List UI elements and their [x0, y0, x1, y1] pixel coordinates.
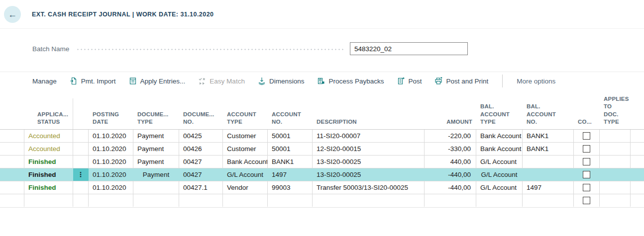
table-row[interactable] [0, 194, 644, 207]
column-header[interactable] [0, 126, 24, 129]
account-type-cell[interactable]: Customer [223, 130, 268, 142]
applies-to-doc-type-cell[interactable] [600, 194, 631, 207]
document-no-cell[interactable]: 00427 [179, 168, 223, 181]
document-no-cell[interactable]: 00425 [179, 130, 223, 142]
bal-account-type-cell[interactable]: Bank Account [476, 130, 523, 142]
account-no-cell[interactable]: 99003 [268, 181, 313, 194]
column-header[interactable]: ACCOUNT TYPE [223, 111, 268, 129]
pmt-import-button[interactable]: Pmt. Import [70, 77, 116, 85]
column-header[interactable]: DOCUME... NO. [179, 111, 223, 129]
amount-cell[interactable]: -440,00 [425, 168, 476, 181]
document-type-cell[interactable]: Payment [133, 168, 179, 181]
account-type-cell[interactable]: Bank Account [223, 156, 268, 168]
dimensions-button[interactable]: Dimensions [258, 77, 305, 85]
applies-to-doc-type-cell[interactable] [600, 168, 631, 181]
applies-to-doc-type-cell[interactable] [600, 143, 631, 155]
bal-account-no-cell[interactable]: BANK1 [523, 143, 574, 155]
applies-to-doc-type-cell[interactable] [600, 181, 631, 194]
posting-date-cell[interactable] [89, 194, 133, 207]
posting-date-cell[interactable]: 01.10.2020 [89, 130, 133, 142]
batch-name-input[interactable] [350, 42, 468, 55]
table-row[interactable]: Accounted 01.10.2020 Payment 00426 Custo… [0, 143, 644, 156]
apply-entries-button[interactable]: Apply Entries... [129, 77, 186, 85]
document-type-cell[interactable]: Payment [133, 130, 179, 142]
account-no-cell[interactable]: 50001 [268, 130, 313, 142]
column-header[interactable]: DOCUME... TYPE [133, 111, 179, 129]
bal-account-no-cell[interactable] [523, 194, 574, 207]
table-row[interactable]: Finished 01.10.2020 Payment 00427 Bank A… [0, 156, 644, 168]
amount-cell[interactable]: -220,00 [425, 130, 476, 142]
bal-account-no-cell[interactable] [523, 156, 574, 168]
row-menu-cell[interactable] [73, 130, 89, 142]
bal-account-type-cell[interactable]: Bank Account [476, 143, 523, 155]
confirmed-checkbox[interactable] [583, 197, 590, 204]
document-no-cell[interactable]: 00427.1 [179, 181, 223, 194]
process-paybacks-button[interactable]: Process Paybacks [317, 77, 384, 85]
bal-account-no-cell[interactable]: BANK1 [523, 130, 574, 142]
column-header[interactable] [73, 126, 89, 129]
confirmed-checkbox[interactable] [583, 184, 590, 191]
post-and-print-button[interactable]: Post and Print [434, 77, 488, 85]
more-options-button[interactable]: More options [517, 78, 555, 85]
table-row[interactable]: Finished ⋮ 01.10.2020 Payment 00427 G/L … [0, 168, 644, 181]
account-no-cell[interactable]: 1497 [268, 168, 313, 181]
applies-to-doc-type-cell[interactable] [600, 156, 631, 168]
account-no-cell[interactable]: BANK1 [268, 156, 313, 168]
column-header[interactable]: CO... [574, 118, 600, 129]
account-type-cell[interactable]: Vendor [223, 181, 268, 194]
column-header[interactable]: APPLICA... STATUS [24, 111, 73, 129]
column-header[interactable]: ACCOUNT NO. [268, 111, 313, 129]
amount-cell[interactable] [425, 194, 476, 207]
easy-match-button[interactable]: Easy Match [198, 77, 245, 85]
document-no-cell[interactable]: 00427 [179, 156, 223, 168]
document-type-cell[interactable]: Payment [133, 143, 179, 155]
account-no-cell[interactable]: 50001 [268, 143, 313, 155]
bal-account-type-cell[interactable] [476, 194, 523, 207]
amount-cell[interactable]: 440,00 [425, 156, 476, 168]
document-type-cell[interactable] [133, 181, 179, 194]
bal-account-type-cell[interactable]: G/L Account [476, 156, 523, 168]
confirmed-checkbox[interactable] [583, 145, 590, 153]
confirmed-checkbox[interactable] [583, 132, 590, 140]
row-menu-cell[interactable] [73, 181, 89, 194]
table-row[interactable]: Accounted 01.10.2020 Payment 00425 Custo… [0, 130, 644, 143]
amount-cell[interactable]: -330,00 [425, 143, 476, 155]
applies-to-doc-type-cell[interactable] [600, 130, 631, 142]
description-cell[interactable]: 13-SI20-00025 [313, 156, 425, 168]
bal-account-no-cell[interactable]: 1497 [523, 181, 574, 194]
account-type-cell[interactable] [223, 194, 268, 207]
bal-account-no-cell[interactable] [523, 168, 574, 181]
column-header[interactable]: POSTING DATE [89, 111, 133, 129]
amount-cell[interactable]: -440,00 [425, 181, 476, 194]
row-menu-cell[interactable]: ⋮ [73, 168, 89, 181]
table-row[interactable]: Finished 01.10.2020 00427.1 Vendor 99003… [0, 181, 644, 194]
account-type-cell[interactable]: Customer [223, 143, 268, 155]
description-cell[interactable]: 11-SI20-00007 [313, 130, 425, 142]
description-cell[interactable] [313, 194, 425, 207]
document-type-cell[interactable]: Payment [133, 156, 179, 168]
column-header[interactable]: BAL. ACCOUNT NO. [523, 103, 574, 129]
column-header[interactable]: DESCRIPTION [313, 118, 425, 129]
document-type-cell[interactable] [133, 194, 179, 207]
description-cell[interactable]: 13-SI20-00025 [313, 168, 425, 181]
column-header[interactable]: BAL. ACCOUNT TYPE [476, 103, 523, 129]
description-cell[interactable]: 12-SI20-00015 [313, 143, 425, 155]
account-type-cell[interactable]: G/L Account [223, 168, 268, 181]
row-menu-cell[interactable] [73, 194, 89, 207]
confirmed-checkbox[interactable] [583, 171, 590, 178]
bal-account-type-cell[interactable]: G/L Account [476, 181, 523, 194]
bal-account-type-cell[interactable]: G/L Account [476, 168, 523, 181]
column-header[interactable]: APPLIES TO DOC. TYPE [600, 95, 631, 129]
post-button[interactable]: Post [397, 77, 422, 85]
posting-date-cell[interactable]: 01.10.2020 [89, 156, 133, 168]
row-menu-cell[interactable] [73, 143, 89, 155]
back-button[interactable]: ← [4, 6, 21, 23]
column-header[interactable]: AMOUNT [425, 118, 476, 129]
account-no-cell[interactable] [268, 194, 313, 207]
posting-date-cell[interactable]: 01.10.2020 [89, 181, 133, 194]
posting-date-cell[interactable]: 01.10.2020 [89, 143, 133, 155]
posting-date-cell[interactable]: 01.10.2020 [89, 168, 133, 181]
document-no-cell[interactable] [179, 194, 223, 207]
confirmed-checkbox[interactable] [583, 158, 590, 165]
row-menu-cell[interactable] [73, 156, 89, 168]
